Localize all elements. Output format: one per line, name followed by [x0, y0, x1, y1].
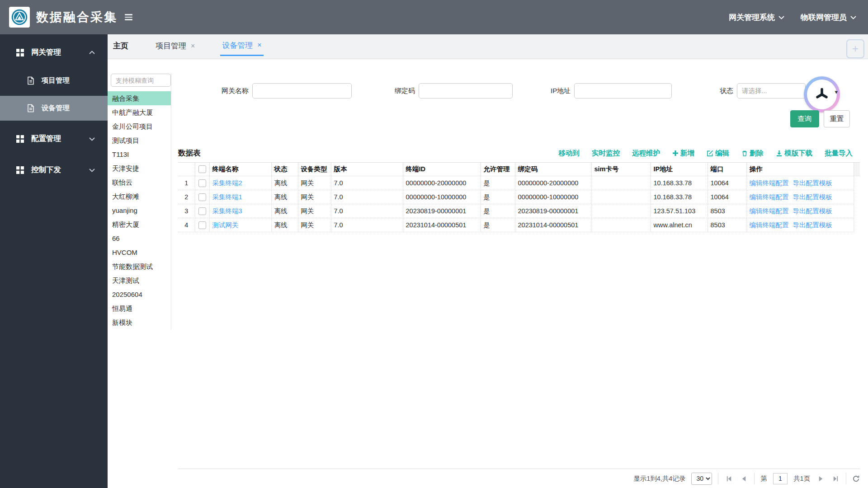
project-list-item[interactable]: T113I	[108, 147, 171, 161]
grid-toolbar-button[interactable]: 删除	[741, 149, 764, 158]
sidebar-item-control-dispatch[interactable]: 控制下发	[0, 160, 108, 180]
sidebar-item-config-mgmt[interactable]: 配置管理	[0, 129, 108, 149]
cell-check	[195, 204, 209, 218]
app-title: 数据融合采集	[36, 9, 118, 25]
cell-type: 网关	[298, 176, 331, 190]
ip-input[interactable]	[574, 83, 672, 99]
cell-allow: 是	[481, 204, 515, 218]
document-icon	[27, 76, 34, 85]
reset-button[interactable]: 重置	[824, 110, 850, 127]
close-icon[interactable]: ×	[257, 42, 261, 49]
tab-home[interactable]: 主页	[111, 36, 130, 56]
grid-toolbar-button[interactable]: 移动到	[559, 149, 580, 158]
status-label: 状态	[720, 87, 733, 95]
cell-version: 7.0	[331, 204, 403, 218]
project-list-item[interactable]: 20250604	[108, 287, 171, 301]
project-list-item[interactable]: 天津安捷	[108, 161, 171, 175]
close-icon[interactable]: ×	[191, 42, 195, 50]
user-dropdown[interactable]: 物联网管理员	[801, 12, 856, 23]
edit-terminal-config-link[interactable]: 编辑终端配置	[750, 193, 789, 201]
project-list-item[interactable]: 恒易通	[108, 301, 171, 315]
last-page-icon	[832, 475, 839, 482]
prev-page-button[interactable]	[739, 473, 748, 484]
project-list-item[interactable]: 节能数据测试	[108, 259, 171, 273]
export-config-template-link[interactable]: 导出配置模板	[793, 207, 832, 215]
project-list-item[interactable]: 金川公司项目	[108, 119, 171, 133]
plus-icon	[672, 150, 679, 156]
status-select[interactable]: 请选择...	[737, 83, 806, 99]
export-config-template-link[interactable]: 导出配置模板	[793, 193, 832, 201]
row-checkbox[interactable]	[198, 207, 206, 215]
gateway-name-input[interactable]	[252, 83, 352, 99]
terminal-name-link[interactable]: 采集终端3	[212, 207, 242, 215]
page-size-select[interactable]: 30	[691, 473, 712, 485]
select-all-checkbox[interactable]	[198, 165, 206, 173]
project-list-item[interactable]: 精密大厦	[108, 217, 171, 231]
cell-port: 10064	[708, 176, 746, 190]
app-logo	[9, 7, 30, 28]
grid-toolbar-button[interactable]: 批量导入	[825, 149, 853, 158]
row-checkbox[interactable]	[198, 179, 206, 187]
terminal-name-link[interactable]: 测试网关	[212, 221, 239, 229]
export-config-template-link[interactable]: 导出配置模板	[793, 221, 832, 229]
grid-toolbar-button[interactable]: 实时监控	[592, 149, 620, 158]
edit-terminal-config-link[interactable]: 编辑终端配置	[750, 207, 789, 215]
chevron-up-icon	[89, 51, 95, 55]
sidebar-item-device-mgmt[interactable]: 设备管理	[0, 96, 108, 121]
cell-status: 离线	[271, 204, 298, 218]
next-page-button[interactable]	[816, 473, 825, 484]
grid-toolbar-button[interactable]: 编辑	[707, 149, 729, 158]
cell-ip: 10.168.33.78	[651, 176, 708, 190]
cell-type: 网关	[298, 218, 331, 232]
bind-code-input[interactable]	[419, 83, 513, 99]
project-list-item[interactable]: HVCOM	[108, 245, 171, 259]
sidebar-item-project-mgmt[interactable]: 项目管理	[0, 71, 108, 89]
first-page-button[interactable]	[724, 473, 733, 484]
gateway-name-label: 网关名称	[222, 87, 249, 95]
export-config-template-link[interactable]: 导出配置模板	[793, 179, 832, 187]
cell-bind_code: 00000000-10000000	[515, 190, 591, 204]
project-list-item[interactable]: 融合采集	[108, 91, 171, 105]
row-checkbox[interactable]	[198, 193, 206, 201]
query-button[interactable]: 查询	[790, 110, 819, 127]
tab-project-mgmt[interactable]: 项目管理 ×	[154, 36, 197, 56]
cell-name: 采集终端2	[209, 176, 271, 190]
refresh-button[interactable]	[852, 475, 860, 483]
sidebar-item-gateway-mgmt[interactable]: 网关管理	[0, 42, 108, 62]
project-list-item[interactable]: 测试项目	[108, 133, 171, 147]
system-dropdown[interactable]: 网关管理系统	[729, 12, 784, 23]
page-number-input[interactable]	[773, 473, 788, 484]
refresh-icon	[852, 475, 860, 483]
grid-toolbar-button[interactable]: 新增	[672, 149, 694, 158]
project-list-item[interactable]: 大红柳滩	[108, 189, 171, 203]
terminal-name-link[interactable]: 采集终端1	[212, 193, 242, 201]
cell-actions: 编辑终端配置导出配置模板	[746, 176, 854, 190]
terminal-name-link[interactable]: 采集终端2	[212, 179, 242, 187]
project-list-item[interactable]: 中航产融大厦	[108, 105, 171, 119]
chevron-down-icon: ▾	[835, 89, 838, 95]
grid-toolbar-button[interactable]: 远程维护	[632, 149, 660, 158]
filter-ip: IP地址	[551, 83, 672, 99]
tab-device-mgmt[interactable]: 设备管理 ×	[220, 36, 263, 56]
project-list-item[interactable]: 新模块	[108, 315, 171, 329]
add-tab-button[interactable]: +	[846, 39, 864, 58]
first-page-icon	[726, 475, 732, 482]
menu-toggle-icon[interactable]	[125, 14, 132, 20]
project-list-item[interactable]: 天津测试	[108, 273, 171, 287]
edit-terminal-config-link[interactable]: 编辑终端配置	[750, 179, 789, 187]
bind-code-label: 绑定码	[395, 87, 415, 95]
cell-status: 离线	[271, 176, 298, 190]
extension-widget[interactable]: ▾	[804, 76, 840, 113]
row-checkbox[interactable]	[198, 221, 206, 229]
grid-toolbar-button[interactable]: 模版下载	[776, 149, 812, 158]
edit-terminal-config-link[interactable]: 编辑终端配置	[750, 221, 789, 229]
cell-num: 3	[178, 204, 195, 218]
project-list: 融合采集中航产融大厦金川公司项目测试项目T113I天津安捷联怡云大红柳滩yuan…	[108, 91, 171, 329]
project-search-input[interactable]	[111, 74, 171, 87]
row-filler	[854, 176, 860, 190]
project-list-item[interactable]: 联怡云	[108, 175, 171, 189]
cell-sim	[591, 176, 651, 190]
project-list-item[interactable]: yuanjing	[108, 203, 171, 217]
last-page-button[interactable]	[831, 473, 840, 484]
project-list-item[interactable]: 66	[108, 231, 171, 245]
